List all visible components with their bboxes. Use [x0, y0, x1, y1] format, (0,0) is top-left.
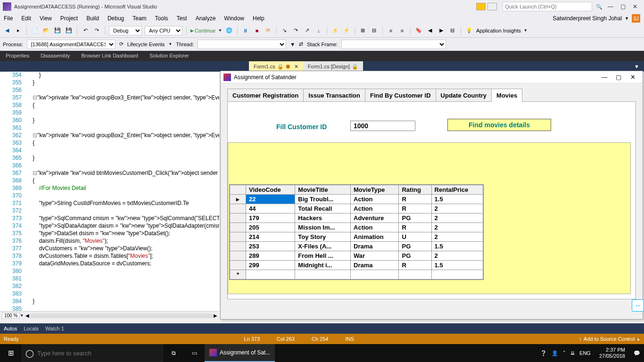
taskbar-search[interactable]: ◯ [22, 344, 163, 362]
bottom-tab-watch-1[interactable]: Watch 1 [45, 326, 64, 331]
toolbox2-icon[interactable]: ⊟ [370, 26, 379, 35]
menu-window[interactable]: Window [224, 15, 244, 22]
menu-project[interactable]: Project [60, 15, 78, 22]
tray-help-icon[interactable]: ❔ [540, 350, 547, 356]
toolbox-icon[interactable]: ⊞ [359, 26, 367, 35]
close-tab-icon[interactable]: ✕ [294, 64, 298, 70]
feedback-icon[interactable] [487, 3, 497, 10]
continue-button[interactable]: Continue [190, 28, 215, 33]
insights-bulb-icon[interactable]: 💡 [465, 26, 473, 35]
breakpoint-icon[interactable]: ⚡ [331, 26, 339, 35]
save-icon[interactable]: 💾 [53, 26, 62, 35]
redo-icon[interactable]: ↷ [92, 26, 101, 35]
lifecycle-label[interactable]: Lifecycle Events [127, 41, 165, 47]
new-project-icon[interactable]: 📄 [31, 26, 39, 35]
task-view-icon[interactable]: ⧉ [163, 344, 184, 362]
cortana-icon[interactable]: ◯ [22, 349, 37, 358]
panel-tab-browser-link-dashboard[interactable]: Browser Link Dashboard [76, 51, 144, 61]
save-all-icon[interactable]: 💾 [65, 26, 73, 35]
winform-tab-issue-transaction[interactable]: Issue Transaction [303, 89, 365, 102]
menu-analyze[interactable]: Analyze [196, 15, 216, 22]
menu-build[interactable]: Build [86, 15, 99, 22]
winform-tab-find-by-customer-id[interactable]: Find By Customer ID [365, 89, 436, 102]
step-over-icon[interactable]: ↷ [292, 26, 300, 35]
teamviewer-icon[interactable]: ↔ [632, 299, 644, 312]
menu-test[interactable]: Test [177, 15, 187, 22]
notification-flag-icon[interactable] [476, 3, 486, 10]
breakpoint-off-icon[interactable]: ⚡ [342, 26, 351, 35]
system-tray[interactable]: ❔ 👤 ˄ ⇊ ENG 2:37 PM 27/05/2018 💬 [537, 347, 644, 359]
open-icon[interactable]: 📂 [42, 26, 50, 35]
bookmark3-icon[interactable]: ▶ [437, 26, 446, 35]
tab-overflow-icon[interactable]: ▼ [629, 61, 644, 72]
winform-titlebar[interactable]: Assignment of Satwinder — ▢ ✕ [221, 71, 643, 83]
panel-tab-disassembly[interactable]: Disassembly [35, 51, 75, 61]
movies-grid[interactable]: VideoCodeMovieTitleMovieTypeRatingRental… [229, 184, 484, 280]
taskbar-search-input[interactable] [37, 350, 163, 357]
pause-icon[interactable]: ⏸ [241, 26, 250, 35]
restore-button[interactable]: ▢ [617, 3, 629, 10]
tray-clock[interactable]: 2:37 PM 27/05/2018 [595, 347, 629, 359]
menu-edit[interactable]: Edit [21, 15, 31, 22]
menu-debug[interactable]: Debug [107, 15, 124, 22]
status-ready: Ready [4, 336, 19, 342]
winform-tab-customer-registration[interactable]: Customer Registration [227, 89, 304, 102]
minimize-button[interactable]: — [604, 3, 617, 10]
tray-lang[interactable]: ENG [579, 350, 591, 356]
code-editor[interactable]: 354 }355 }356 357 ⊟"kw">private "kw">voi… [0, 72, 219, 320]
undo-icon[interactable]: ↶ [81, 26, 90, 35]
tab-form1-cs[interactable]: Form1.cs 🔒⬢✕ [249, 61, 303, 72]
platform-combo[interactable]: Any CPU [145, 26, 182, 35]
taskbar-app-icon[interactable]: ▭ [184, 344, 205, 362]
step-into-icon[interactable]: ↘ [281, 26, 289, 35]
insights-label[interactable]: Application Insights [476, 28, 521, 33]
tray-people-icon[interactable]: 👤 [552, 350, 558, 356]
stack-combo[interactable] [341, 40, 446, 49]
tab-form1-design[interactable]: Form1.cs [Design] 🔒 [303, 61, 363, 72]
menu-tools[interactable]: Tools [155, 15, 168, 22]
config-combo[interactable]: Debug [109, 26, 142, 35]
close-button[interactable]: ✕ [629, 3, 641, 10]
thread-combo[interactable] [198, 40, 286, 49]
menu-help[interactable]: Help [253, 15, 264, 22]
source-control-button[interactable]: ↑ Add to Source Control ▲ [579, 336, 640, 342]
winform-tab-update-country[interactable]: Update Country [436, 89, 492, 102]
winform-minimize[interactable]: — [597, 74, 611, 81]
user-badge[interactable]: SJ [632, 14, 640, 23]
quick-launch-input[interactable] [503, 2, 592, 11]
process-combo[interactable]: [13688] AssignmentDATAACCESS. [27, 40, 116, 49]
customer-id-input[interactable] [350, 121, 415, 131]
comment-icon[interactable]: ≡ [387, 26, 395, 35]
step-out-icon[interactable]: ↗ [303, 26, 312, 35]
uncomment-icon[interactable]: ≡ [398, 26, 406, 35]
debug-toolbar: Process: [13688] AssignmentDATAACCESS. ⟳… [0, 38, 644, 51]
back-icon[interactable]: ◀ [3, 26, 11, 35]
bookmark-icon[interactable]: 🔖 [414, 26, 423, 35]
user-name[interactable]: Satwinderpreet Singh Johal [553, 15, 622, 22]
bookmark2-icon[interactable]: ◀ [426, 26, 434, 35]
menu-file[interactable]: File [4, 15, 13, 22]
menu-team[interactable]: Team [132, 15, 146, 22]
lifecycle-icon[interactable]: ⟳ [119, 41, 124, 47]
menu-view[interactable]: View [40, 15, 52, 22]
winform-tab-movies[interactable]: Movies [491, 89, 522, 102]
taskbar-running-app[interactable]: Assignment of Sat... [205, 344, 275, 362]
panel-tab-solution-explorer[interactable]: Solution Explorer [144, 51, 195, 61]
step-icon[interactable]: ↓ [314, 26, 323, 35]
find-movies-button[interactable]: Find movies details [447, 119, 551, 131]
restart-icon[interactable]: ⟳ [264, 26, 272, 35]
bottom-tab-autos[interactable]: Autos [4, 326, 17, 331]
browser-icon[interactable]: 🌐 [225, 26, 233, 35]
tray-chevron-icon[interactable]: ˄ [563, 350, 566, 356]
forward-icon[interactable]: ▸ [14, 26, 23, 35]
zoom-combo[interactable]: 100 % [2, 313, 20, 319]
start-button[interactable]: ⊞ [0, 344, 22, 362]
tray-notifications-icon[interactable]: 💬 [634, 350, 640, 356]
winform-close[interactable]: ✕ [626, 74, 640, 81]
tray-dropbox-icon[interactable]: ⇊ [570, 350, 575, 356]
panel-tab-properties[interactable]: Properties [0, 51, 35, 61]
stop-icon[interactable]: ■ [253, 26, 261, 35]
bottom-tab-locals[interactable]: Locals [24, 326, 39, 331]
bookmark4-icon[interactable]: ⊟ [448, 26, 457, 35]
winform-maximize[interactable]: ▢ [611, 74, 626, 81]
